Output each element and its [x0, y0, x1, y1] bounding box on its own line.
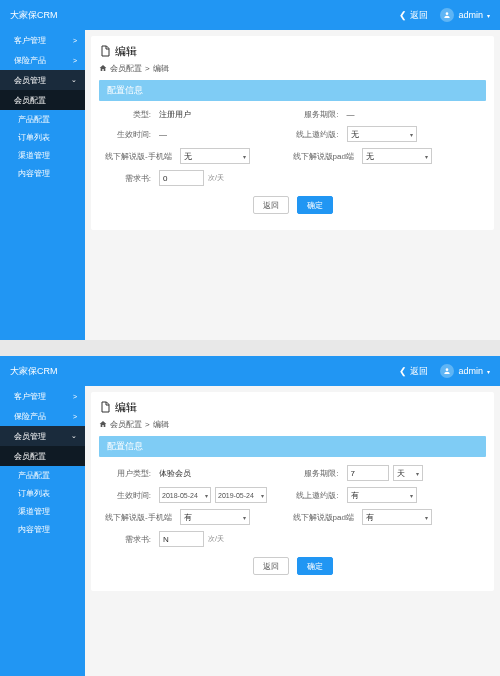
date-to[interactable]: 2019-05-24 — [215, 487, 267, 503]
crumb-2: 编辑 — [153, 419, 169, 430]
label-offline-pad: 线下解说版pad端 — [293, 512, 358, 523]
chevron-down-icon: ⌄ — [71, 432, 77, 440]
sidebar-item-product-config[interactable]: 产品配置 — [0, 110, 85, 128]
svg-point-0 — [446, 12, 449, 15]
home-icon — [99, 64, 107, 74]
label-user-type: 用户类型: — [105, 468, 155, 479]
sidebar: 客户管理> 保险产品> 会员管理⌄ 会员配置 产品配置 订单列表 渠道管理 内容… — [0, 30, 85, 340]
sidebar-item-channel[interactable]: 渠道管理 — [0, 146, 85, 164]
sidebar-item-orders[interactable]: 订单列表 — [0, 128, 85, 146]
section-header: 配置信息 — [99, 80, 486, 101]
app-title: 大家保CRM — [10, 9, 399, 22]
page-title: 编辑 — [99, 44, 486, 59]
input-demand[interactable] — [159, 531, 204, 547]
sidebar-item-product-config[interactable]: 产品配置 — [0, 466, 85, 484]
date-from[interactable]: 2018-05-24 — [159, 487, 211, 503]
value-eff-time: — — [159, 130, 167, 139]
body: 客户管理> 保险产品> 会员管理⌄ 会员配置 产品配置 订单列表 渠道管理 内容… — [0, 30, 500, 340]
label-online-invite: 线上邀约版: — [293, 129, 343, 140]
label-eff-time: 生效时间: — [105, 490, 155, 501]
crumb-2: 编辑 — [153, 63, 169, 74]
breadcrumb: 会员配置 > 编辑 — [99, 63, 486, 74]
back-link[interactable]: ❮ 返回 — [399, 365, 428, 378]
user-menu[interactable]: admin ▾ — [440, 8, 490, 22]
select-offline-pad[interactable]: 有 — [362, 509, 432, 525]
back-icon: ❮ — [399, 10, 407, 20]
sidebar: 客户管理> 保险产品> 会员管理⌄ 会员配置 产品配置 订单列表 渠道管理 内容… — [0, 386, 85, 676]
sidebar-item-content[interactable]: 内容管理 — [0, 520, 85, 538]
sidebar-item-channel[interactable]: 渠道管理 — [0, 502, 85, 520]
select-offline-pad[interactable]: 无 — [362, 148, 432, 164]
input-demand[interactable] — [159, 170, 204, 186]
header: 大家保CRM ❮ 返回 admin ▾ — [0, 356, 500, 386]
document-icon — [99, 45, 111, 59]
label-offline-mobile: 线下解说版-手机端 — [105, 512, 176, 523]
label-offline-pad: 线下解说版pad端 — [293, 151, 358, 162]
sidebar-item-member[interactable]: 会员管理⌄ — [0, 426, 85, 446]
user-name: admin — [458, 10, 483, 20]
section-header: 配置信息 — [99, 436, 486, 457]
crumb-1[interactable]: 会员配置 — [110, 419, 142, 430]
value-type: 注册用户 — [159, 109, 191, 120]
sidebar-item-member-config[interactable]: 会员配置 — [0, 446, 85, 466]
confirm-button[interactable]: 确定 — [297, 557, 333, 575]
back-button[interactable]: 返回 — [253, 196, 289, 214]
chevron-right-icon: > — [73, 413, 77, 420]
divider — [0, 340, 500, 356]
page-title: 编辑 — [99, 400, 486, 415]
chevron-right-icon: > — [73, 37, 77, 44]
label-service-period: 服务期限: — [293, 109, 343, 120]
main: 编辑 会员配置 > 编辑 配置信息 用户类型:体验会员 服务期限:天 生效时间:… — [85, 386, 500, 676]
sidebar-item-member[interactable]: 会员管理⌄ — [0, 70, 85, 90]
label-eff-time: 生效时间: — [105, 129, 155, 140]
value-service-period: — — [347, 110, 355, 119]
chevron-down-icon: ▾ — [487, 12, 490, 19]
chevron-down-icon: ▾ — [487, 368, 490, 375]
back-icon: ❮ — [399, 366, 407, 376]
unit-demand: 次/天 — [208, 534, 224, 544]
back-button[interactable]: 返回 — [253, 557, 289, 575]
header: 大家保CRM ❮ 返回 admin ▾ — [0, 0, 500, 30]
sidebar-item-insurance[interactable]: 保险产品> — [0, 50, 85, 70]
user-menu[interactable]: admin ▾ — [440, 364, 490, 378]
body: 客户管理> 保险产品> 会员管理⌄ 会员配置 产品配置 订单列表 渠道管理 内容… — [0, 386, 500, 676]
label-demand: 需求书: — [105, 173, 155, 184]
screen-2: 大家保CRM ❮ 返回 admin ▾ 客户管理> 保险产品> 会员管理⌄ 会员… — [0, 356, 500, 676]
form: 用户类型:体验会员 服务期限:天 生效时间:2018-05-242019-05-… — [99, 457, 486, 583]
chevron-right-icon: > — [73, 393, 77, 400]
breadcrumb: 会员配置 > 编辑 — [99, 419, 486, 430]
document-icon — [99, 401, 111, 415]
svg-point-1 — [446, 368, 449, 371]
back-label: 返回 — [410, 365, 428, 378]
screen-1: 大家保CRM ❮ 返回 admin ▾ 客户管理> 保险产品> 会员管理⌄ 会员… — [0, 0, 500, 340]
user-name: admin — [458, 366, 483, 376]
select-online-invite[interactable]: 有 — [347, 487, 417, 503]
form: 类型:注册用户 服务期限:— 生效时间:— 线上邀约版:无 线下解说版-手机端无… — [99, 101, 486, 222]
sidebar-item-content[interactable]: 内容管理 — [0, 164, 85, 182]
chevron-down-icon: ⌄ — [71, 76, 77, 84]
confirm-button[interactable]: 确定 — [297, 196, 333, 214]
unit-demand: 次/天 — [208, 173, 224, 183]
sidebar-item-customer[interactable]: 客户管理> — [0, 386, 85, 406]
sidebar-item-member-config[interactable]: 会员配置 — [0, 90, 85, 110]
sidebar-item-insurance[interactable]: 保险产品> — [0, 406, 85, 426]
input-service-period[interactable] — [347, 465, 389, 481]
select-offline-mobile[interactable]: 有 — [180, 509, 250, 525]
avatar-icon — [440, 8, 454, 22]
back-label: 返回 — [410, 9, 428, 22]
label-type: 类型: — [105, 109, 155, 120]
edit-panel: 编辑 会员配置 > 编辑 配置信息 类型:注册用户 服务期限:— 生效时间:— — [91, 36, 494, 230]
label-service-period: 服务期限: — [293, 468, 343, 479]
chevron-right-icon: > — [73, 57, 77, 64]
select-period-unit[interactable]: 天 — [393, 465, 423, 481]
crumb-1[interactable]: 会员配置 — [110, 63, 142, 74]
sidebar-item-customer[interactable]: 客户管理> — [0, 30, 85, 50]
label-demand: 需求书: — [105, 534, 155, 545]
back-link[interactable]: ❮ 返回 — [399, 9, 428, 22]
label-online-invite: 线上邀约版: — [293, 490, 343, 501]
home-icon — [99, 420, 107, 430]
select-online-invite[interactable]: 无 — [347, 126, 417, 142]
select-offline-mobile[interactable]: 无 — [180, 148, 250, 164]
avatar-icon — [440, 364, 454, 378]
sidebar-item-orders[interactable]: 订单列表 — [0, 484, 85, 502]
